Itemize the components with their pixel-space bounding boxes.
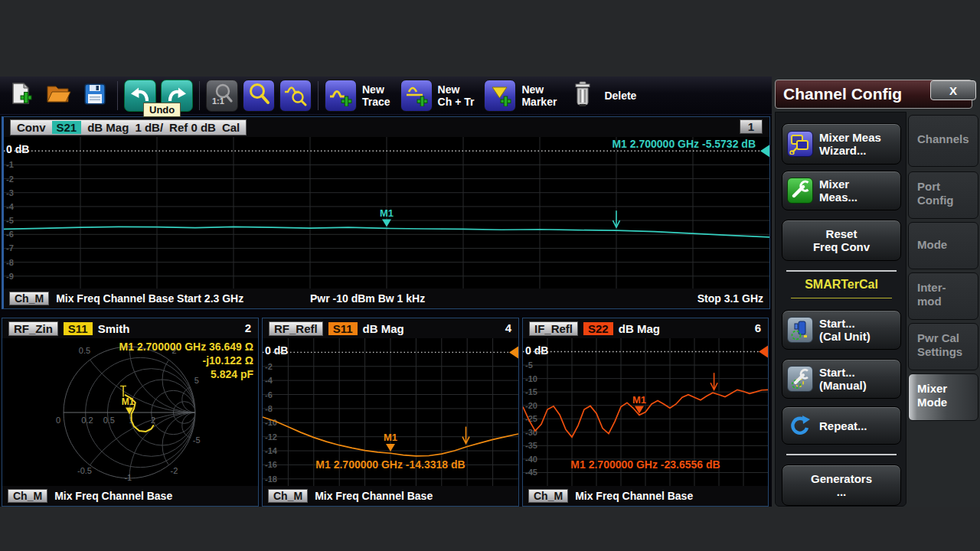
new-recall-button[interactable] xyxy=(5,80,38,112)
channel-badge[interactable]: Ch_M xyxy=(268,489,308,503)
trace-name-badge[interactable]: RF_Zin xyxy=(8,321,58,336)
new-file-icon xyxy=(8,81,34,110)
sparam-badge[interactable]: S22 xyxy=(583,322,613,335)
svg-text:-3: -3 xyxy=(6,188,14,197)
panel-separator xyxy=(786,454,897,455)
zoom-trace-button[interactable] xyxy=(279,80,312,112)
button-label: Mixer MeasWizard... xyxy=(819,131,881,157)
panel-title: Channel Config xyxy=(783,85,902,103)
channel-badge[interactable]: Ch_M xyxy=(528,489,568,503)
tab-mode[interactable]: Mode xyxy=(908,222,978,269)
reset-freq-conv-button[interactable]: ResetFreq Conv xyxy=(782,220,901,261)
win4-plot-area[interactable]: -2-4-6-8-10-12-14-16-18M1 0 dB M1 2.7000… xyxy=(263,338,518,486)
trace-format: dB Mag xyxy=(363,322,404,335)
svg-text:-2: -2 xyxy=(6,174,14,184)
mixer-wizard-icon xyxy=(787,131,813,157)
new-marker-icon xyxy=(488,82,512,109)
win2-footer: Ch_M Mix Freq Channel Base xyxy=(2,486,258,506)
tab-channels[interactable]: Channels xyxy=(908,115,978,167)
win2-plot-area[interactable]: 0.52500.20.512-0.5-1-2-5M1 M1 2.700000 G… xyxy=(2,338,258,486)
window-conv-s21: Conv S21 dB Mag 1 dB/ Ref 0 dB Cal 1 -1-… xyxy=(2,116,770,309)
new-channel-trace-button[interactable] xyxy=(400,80,433,112)
panel-button-column: Mixer MeasWizard... MixerMeas... ResetFr… xyxy=(775,112,906,507)
new-trace-label[interactable]: NewTrace xyxy=(362,83,390,108)
save-icon xyxy=(82,81,108,110)
svg-text:0.2: 0.2 xyxy=(81,416,93,425)
window-number[interactable]: 1 xyxy=(740,119,763,134)
svg-text:-2: -2 xyxy=(265,362,273,371)
cal-unit-icon xyxy=(787,317,813,343)
repeat-icon xyxy=(787,412,813,439)
zoom-in-button[interactable] xyxy=(243,80,275,112)
vna-workspace: 1:1 xyxy=(0,77,772,507)
channel-base: Mix Freq Channel Base xyxy=(315,490,433,502)
tab-mixer-mode[interactable]: MixerMode xyxy=(908,373,978,421)
trace-name-badge[interactable]: IF_Refl xyxy=(529,321,578,336)
tab-port-config[interactable]: PortConfig xyxy=(908,171,978,219)
button-label: Generators... xyxy=(811,472,872,498)
open-button[interactable] xyxy=(42,80,74,112)
win4-footer: Ch_M Mix Freq Channel Base xyxy=(263,486,518,506)
zoom-reset-label: 1:1 xyxy=(212,96,224,106)
close-button[interactable]: X xyxy=(930,80,976,100)
trace-name-badge[interactable]: RF_Refl xyxy=(269,321,323,336)
marker-readout: M1 2.700000 GHz -5.5732 dB xyxy=(612,138,756,150)
trace-name: Conv xyxy=(17,121,46,134)
new-trace-button[interactable] xyxy=(325,80,357,112)
svg-text:2: 2 xyxy=(151,416,155,425)
start-cal-unit-button[interactable]: Start...(Cal Unit) xyxy=(782,310,901,350)
svg-text:-12: -12 xyxy=(265,432,277,442)
new-marker-button[interactable] xyxy=(484,80,516,112)
zoom-reset-button[interactable]: 1:1 xyxy=(206,80,238,112)
win6-plot-area[interactable]: -5-10-15-20-25-30-35-40-45M1 0 dB M1 2.7… xyxy=(523,338,768,486)
repeat-button[interactable]: Repeat... xyxy=(782,406,901,445)
mixer-meas-button[interactable]: MixerMeas... xyxy=(782,171,901,210)
new-channel-trace-label[interactable]: NewCh + Tr xyxy=(438,83,475,108)
close-icon: X xyxy=(949,84,957,97)
panel-separator xyxy=(786,270,897,272)
win4-header: RF_Refl S11 dB Mag 4 xyxy=(263,318,518,338)
channel-badge[interactable]: Ch_M xyxy=(8,489,47,503)
sweep-stop: Stop 3.1 GHz xyxy=(697,292,763,305)
svg-text:-0.5: -0.5 xyxy=(77,466,92,475)
sparam-badge[interactable]: S21 xyxy=(52,121,82,134)
save-button[interactable] xyxy=(79,80,111,112)
win1-trace-selector[interactable]: Conv S21 dB Mag 1 dB/ Ref 0 dB Cal xyxy=(10,119,247,135)
svg-text:M1: M1 xyxy=(384,432,397,443)
window-number[interactable]: 4 xyxy=(505,321,511,334)
marker-readout: M1 2.700000 GHz 36.649 Ω -j10.122 Ω 5.82… xyxy=(119,340,253,381)
svg-text:0: 0 xyxy=(56,416,60,425)
trace-ref: Ref 0 dB xyxy=(169,121,216,134)
channel-badge[interactable]: Ch_M xyxy=(9,292,49,305)
sparam-badge[interactable]: S11 xyxy=(64,322,93,335)
svg-text:-4: -4 xyxy=(6,202,15,211)
svg-text:-5: -5 xyxy=(6,216,14,225)
tab-pwr-cal-settings[interactable]: Pwr CalSettings xyxy=(908,323,978,370)
new-channel-trace-icon xyxy=(404,82,429,109)
new-marker-label[interactable]: NewMarker xyxy=(521,83,557,108)
win1-plot-area[interactable]: -1-2-3-4-5-6-7-8-9M1 0 dB M1 2.700000 GH… xyxy=(4,137,769,290)
window-number[interactable]: 6 xyxy=(755,321,761,334)
start-manual-button[interactable]: Start...(Manual) xyxy=(782,359,901,399)
screen: 1:1 xyxy=(0,0,980,551)
win6-header: IF_Refl S22 dB Mag 6 xyxy=(523,318,768,338)
manual-cal-icon xyxy=(787,366,813,392)
zoom-in-icon xyxy=(247,82,271,109)
svg-text:-9: -9 xyxy=(6,272,14,281)
mixer-meas-icon xyxy=(787,178,813,204)
window-number[interactable]: 2 xyxy=(245,321,251,334)
conv-s21-chart[interactable]: -1-2-3-4-5-6-7-8-9M1 xyxy=(4,137,769,290)
button-label: ResetFreq Conv xyxy=(813,227,870,253)
generators-button[interactable]: Generators... xyxy=(782,465,901,506)
win1-header: Conv S21 dB Mag 1 dB/ Ref 0 dB Cal 1 xyxy=(4,117,769,137)
svg-text:-7: -7 xyxy=(6,243,14,253)
delete-button[interactable] xyxy=(567,80,599,112)
zoom-reset-icon: 1:1 xyxy=(210,82,234,109)
smartercal-label: SMARTerCal xyxy=(776,278,907,292)
sparam-badge[interactable]: S11 xyxy=(328,322,358,335)
delete-label[interactable]: Delete xyxy=(604,90,636,102)
svg-text:-1: -1 xyxy=(124,473,132,482)
button-label: Repeat... xyxy=(819,419,867,432)
tab-intermod[interactable]: Inter-mod xyxy=(908,272,978,320)
mixer-meas-wizard-button[interactable]: Mixer MeasWizard... xyxy=(782,123,901,165)
